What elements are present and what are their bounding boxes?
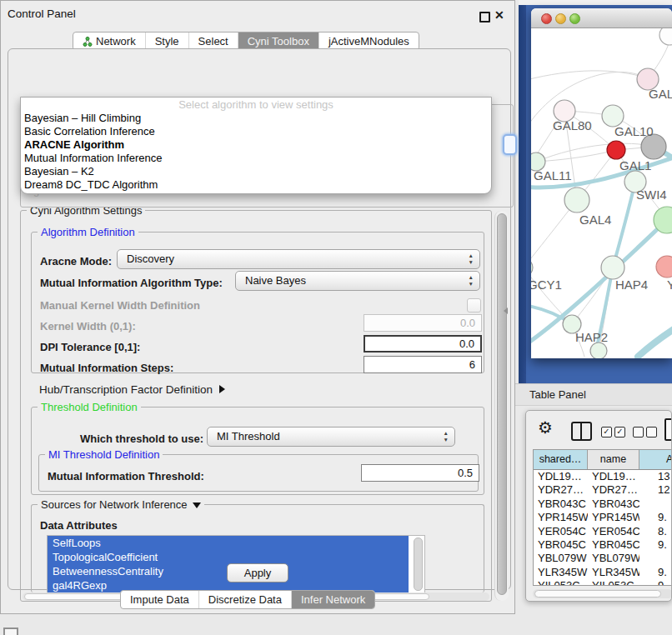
mi-threshold-group: MI Threshold Definition Mutual Informati… <box>38 454 479 492</box>
screen: Control Panel ✕ NetworkStyleSelectCyni T… <box>0 0 672 635</box>
panel-splitter-arrow-icon[interactable] <box>504 308 508 314</box>
threshold-definition-group: Threshold Definition Which threshold to … <box>31 407 484 495</box>
column-header-shared[interactable]: shared… <box>534 450 588 469</box>
column-header-a[interactable]: A <box>639 450 672 469</box>
tab-label: Impute Data <box>130 591 189 608</box>
network-canvas[interactable]: GALGAL80GAL10GAL1SWI4GAL11GAL4GCY1HAP4YH… <box>531 28 672 358</box>
table-horizontal-thumb[interactable] <box>534 590 661 598</box>
split-columns-icon[interactable] <box>571 422 592 441</box>
aracne-mode-combo[interactable]: Discovery ▲▼ <box>117 249 480 269</box>
close-icon[interactable]: ✕ <box>494 8 504 22</box>
gear-icon[interactable]: ⚙ <box>538 418 553 438</box>
table-row[interactable]: YIL053CYIL053C9 <box>534 579 672 586</box>
table-cell: YBR045C <box>588 538 639 552</box>
network-edge[interactable] <box>531 71 648 80</box>
dpi-tolerance-field[interactable]: 0.0 <box>364 335 482 352</box>
kernel-width-field[interactable]: 0.0 <box>364 314 482 332</box>
which-threshold-combo[interactable]: MI Threshold ▲▼ <box>207 427 455 447</box>
algorithm-option-mutual-information-inference[interactable]: Mutual Information Inference <box>21 152 491 165</box>
network-node-gal1[interactable] <box>607 141 625 159</box>
unchecked-box-icon[interactable] <box>633 427 644 438</box>
table-panel-bar[interactable]: Table Panel <box>515 383 672 406</box>
tab-style[interactable]: Style <box>145 32 188 50</box>
mi-steps-field[interactable]: 6 <box>364 356 482 373</box>
table-row[interactable]: YPR145WYPR145W9. <box>534 511 672 524</box>
traffic-light-zoom-icon[interactable] <box>569 13 580 24</box>
mi-type-combo[interactable]: Naive Bayes ▲▼ <box>235 271 480 291</box>
table-header-row: shared…nameA <box>534 450 672 470</box>
table-row[interactable]: YBR043CYBR043C <box>534 498 672 511</box>
network-node-gal4[interactable] <box>564 188 589 212</box>
float-window-icon[interactable] <box>479 12 490 22</box>
algorithm-option-bayesian-k2[interactable]: Bayesian – K2 <box>21 165 491 178</box>
table-horizontal-scrollbar[interactable] <box>533 589 672 598</box>
column-header-name[interactable]: name <box>588 450 639 469</box>
minimized-panel-icon[interactable] <box>3 628 18 635</box>
table-row[interactable]: YER054CYER054C8. <box>534 525 672 538</box>
threshold-definition-title: Threshold Definition <box>38 401 141 413</box>
collapse-arrow-icon <box>193 502 201 508</box>
table-row[interactable]: YBR045CYBR045C9. <box>534 538 672 552</box>
network-node[interactable] <box>659 28 672 45</box>
settings-vertical-scrollbar[interactable] <box>494 211 509 601</box>
table-cell: YBR043C <box>534 498 588 511</box>
algorithm-dropdown-placeholder: Select algorithm to view settings <box>21 98 491 112</box>
control-panel-title: Control Panel <box>8 8 76 20</box>
table-body: YDL19…YDL19…13YDR27…YDR27…12YBR043CYBR04… <box>534 470 672 586</box>
algorithm-option-dream8-dc-tdc-algorithm[interactable]: Dream8 DC_TDC Algorithm <box>21 178 491 192</box>
network-view-window[interactable]: GALGAL80GAL10GAL1SWI4GAL11GAL4GCY1HAP4YH… <box>531 8 672 358</box>
checked-box-icon[interactable]: ✓ <box>601 427 612 438</box>
network-edge-thick[interactable] <box>638 323 672 357</box>
which-threshold-value: MI Threshold <box>217 428 280 446</box>
network-edge[interactable] <box>536 150 616 162</box>
checked-box-icon[interactable]: ✓ <box>614 427 625 438</box>
tab-network[interactable]: Network <box>73 32 145 50</box>
network-node[interactable] <box>590 342 607 358</box>
tab-select[interactable]: Select <box>188 32 238 50</box>
table-cell: YER054C <box>588 525 639 538</box>
table-row[interactable]: YDR27…YDR27…12 <box>534 483 672 497</box>
control-panel-titlebar[interactable]: Control Panel ✕ <box>1 1 514 26</box>
table-row[interactable]: YDL19…YDL19…13 <box>534 470 672 483</box>
which-threshold-label: Which threshold to use: <box>80 432 203 445</box>
algorithm-option-aracne-algorithm[interactable]: ARACNE Algorithm <box>21 138 491 152</box>
table-cell: 12 <box>639 483 672 497</box>
network-window-titlebar[interactable] <box>531 8 672 28</box>
table-panel-title: Table Panel <box>529 384 586 406</box>
algorithm-option-bayesian-hill-climbing[interactable]: Bayesian – Hill Climbing <box>21 112 491 125</box>
node-label-gcy1: GCY1 <box>531 278 562 292</box>
tab-impute-data[interactable]: Impute Data <box>121 591 198 608</box>
table-cell: YDL19… <box>534 470 588 483</box>
traffic-light-close-icon[interactable] <box>541 13 552 24</box>
mi-threshold-field[interactable]: 0.5 <box>361 464 479 482</box>
tab-discretize-data[interactable]: Discretize Data <box>198 591 291 608</box>
document-icon[interactable] <box>664 418 672 441</box>
attribute-item-selfloops[interactable]: SelfLoops <box>48 536 409 550</box>
unchecked-box-icon[interactable] <box>646 427 657 438</box>
table-panel-window: ⚙ ✓ ✓ shared…nameA YDL19…YDL19…13YDR27…Y… <box>525 410 672 602</box>
focused-combo-stepper[interactable] <box>503 134 517 155</box>
list-scrollbar-thumb[interactable] <box>414 538 423 591</box>
table-cell: YBL079W <box>588 552 639 565</box>
attribute-item-topologicalcoefficient[interactable]: TopologicalCoefficient <box>48 550 409 564</box>
traffic-light-minimize-icon[interactable] <box>555 13 566 24</box>
mi-type-value: Naive Bayes <box>245 272 306 290</box>
table-row[interactable]: YBL079WYBL079W <box>534 552 672 565</box>
manual-kernel-checkbox[interactable] <box>467 298 481 312</box>
algorithm-option-basic-correlation-inference[interactable]: Basic Correlation Inference <box>21 125 491 138</box>
hub-definition-expander[interactable]: Hub/Transcription Factor Definition <box>39 383 225 396</box>
network-node-y[interactable] <box>656 256 672 278</box>
tab-infer-network[interactable]: Infer Network <box>291 591 374 608</box>
table-cell: 8. <box>639 525 672 538</box>
table-cell: YIL053C <box>534 579 588 586</box>
network-node-hap4[interactable] <box>601 256 624 279</box>
sources-group-title[interactable]: Sources for Network Inference <box>38 498 204 511</box>
apply-button[interactable]: Apply <box>227 563 288 582</box>
network-node-gcy1[interactable] <box>531 258 533 277</box>
settings-vertical-thumb[interactable] <box>497 213 507 595</box>
node-attribute-table[interactable]: shared…nameA YDL19…YDL19…13YDR27…YDR27…1… <box>533 449 672 586</box>
algorithm-definition-group: Algorithm Definition Aracne Mode: Discov… <box>31 232 484 373</box>
tab-jactivemnodules[interactable]: jActiveMNodules <box>318 32 419 50</box>
tab-cyni-toolbox[interactable]: Cyni Toolbox <box>238 32 318 50</box>
table-row[interactable]: YLR345WYLR345W9. <box>534 566 672 579</box>
